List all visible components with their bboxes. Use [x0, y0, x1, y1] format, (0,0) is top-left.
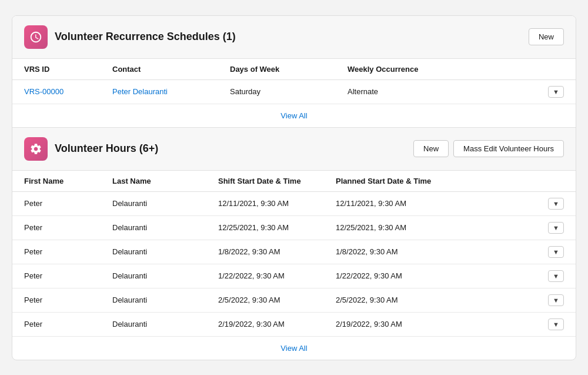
vh-shift-cell: 1/22/2022, 9:30 AM [206, 264, 324, 288]
vrs-section: Volunteer Recurrence Schedules (1) New V… [12, 16, 576, 128]
vh-section: Volunteer Hours (6+) New Mass Edit Volun… [12, 128, 576, 360]
vh-firstname-cell: Peter [12, 215, 101, 240]
vh-table-row: Peter Delauranti 12/11/2021, 9:30 AM 12/… [12, 191, 576, 215]
vrs-col-contact: Contact [101, 59, 218, 80]
vh-firstname-cell: Peter [12, 191, 101, 215]
vh-col-shift: Shift Start Date & Time [206, 171, 324, 192]
vh-planned-dropdown: 1/8/2022, 9:30 AM ▼ [336, 246, 564, 258]
vh-shift-cell: 1/8/2022, 9:30 AM [206, 240, 324, 264]
vh-table-row: Peter Delauranti 1/8/2022, 9:30 AM 1/8/2… [12, 240, 576, 264]
vh-firstname-cell: Peter [12, 312, 101, 336]
vrs-section-header: Volunteer Recurrence Schedules (1) New [12, 16, 576, 59]
vh-firstname-cell: Peter [12, 264, 101, 288]
vrs-table-row: VRS-00000 Peter Delauranti Saturday Alte… [12, 79, 576, 104]
vh-planned-dropdown: 2/5/2022, 9:30 AM ▼ [336, 294, 564, 306]
vh-planned-cell: 1/8/2022, 9:30 AM ▼ [324, 240, 576, 264]
vrs-contact-link[interactable]: Peter Delauranti [112, 87, 168, 96]
vh-planned-cell: 2/5/2022, 9:30 AM ▼ [324, 288, 576, 312]
vh-view-all-link[interactable]: View All [280, 344, 307, 353]
vh-table-row: Peter Delauranti 2/19/2022, 9:30 AM 2/19… [12, 312, 576, 336]
vh-table-header-row: First Name Last Name Shift Start Date & … [12, 171, 576, 192]
vh-planned-dropdown: 1/22/2022, 9:30 AM ▼ [336, 270, 564, 282]
vh-shift-cell: 2/19/2022, 9:30 AM [206, 312, 324, 336]
vh-icon-svg [29, 142, 42, 155]
vh-lastname-cell: Delauranti [101, 215, 206, 240]
vrs-header-actions: New [529, 28, 564, 45]
vh-header-left: Volunteer Hours (6+) [24, 137, 158, 161]
vrs-view-all-link[interactable]: View All [280, 111, 307, 120]
vh-planned-value: 1/22/2022, 9:30 AM [336, 271, 402, 280]
vh-planned-dropdown-btn[interactable]: ▼ [548, 246, 564, 258]
vh-planned-value: 1/8/2022, 9:30 AM [336, 247, 398, 256]
vh-section-header: Volunteer Hours (6+) New Mass Edit Volun… [12, 128, 576, 171]
vrs-icon [24, 25, 48, 49]
vh-table-row: Peter Delauranti 2/5/2022, 9:30 AM 2/5/2… [12, 288, 576, 312]
vrs-days-cell: Saturday [218, 79, 336, 104]
vh-col-firstname: First Name [12, 171, 101, 192]
vrs-view-all-row: View All [12, 104, 576, 127]
vh-planned-value: 2/19/2022, 9:30 AM [336, 320, 402, 328]
vrs-table-header-row: VRS ID Contact Days of Week Weekly Occur… [12, 59, 576, 80]
vh-planned-dropdown-btn[interactable]: ▼ [548, 270, 564, 282]
vh-planned-dropdown-btn[interactable]: ▼ [548, 222, 564, 234]
vh-shift-cell: 12/11/2021, 9:30 AM [206, 191, 324, 215]
vh-planned-cell: 12/11/2021, 9:30 AM ▼ [324, 191, 576, 215]
vh-planned-value: 12/25/2021, 9:30 AM [336, 223, 406, 232]
vh-planned-dropdown: 12/11/2021, 9:30 AM ▼ [336, 198, 564, 210]
vh-planned-dropdown: 2/19/2022, 9:30 AM ▼ [336, 318, 564, 330]
vh-table: First Name Last Name Shift Start Date & … [12, 171, 576, 360]
vh-mass-edit-button[interactable]: Mass Edit Volunteer Hours [453, 140, 564, 157]
vh-planned-dropdown-btn[interactable]: ▼ [548, 294, 564, 306]
vrs-table: VRS ID Contact Days of Week Weekly Occur… [12, 59, 576, 127]
vrs-weekly-value: Alternate [348, 87, 378, 96]
vrs-col-id: VRS ID [12, 59, 101, 80]
vh-planned-value: 2/5/2022, 9:30 AM [336, 296, 398, 304]
vh-lastname-cell: Delauranti [101, 312, 206, 336]
vh-lastname-cell: Delauranti [101, 264, 206, 288]
vh-planned-value: 12/11/2021, 9:30 AM [336, 199, 406, 208]
vh-planned-cell: 1/22/2022, 9:30 AM ▼ [324, 264, 576, 288]
vh-view-all-row: View All [12, 336, 576, 360]
vrs-col-weekly: Weekly Occurrence [336, 59, 576, 80]
vrs-section-title: Volunteer Recurrence Schedules (1) [55, 31, 236, 43]
vrs-new-button[interactable]: New [529, 28, 564, 45]
vh-firstname-cell: Peter [12, 288, 101, 312]
vh-lastname-cell: Delauranti [101, 240, 206, 264]
vh-view-all-cell: View All [12, 336, 576, 360]
vh-table-row: Peter Delauranti 12/25/2021, 9:30 AM 12/… [12, 215, 576, 240]
vh-col-lastname: Last Name [101, 171, 206, 192]
vrs-weekly-dropdown-btn[interactable]: ▼ [548, 86, 564, 98]
vh-planned-dropdown-btn[interactable]: ▼ [548, 318, 564, 330]
vrs-id-link[interactable]: VRS-00000 [24, 87, 64, 96]
vh-shift-cell: 2/5/2022, 9:30 AM [206, 288, 324, 312]
vh-table-row: Peter Delauranti 1/22/2022, 9:30 AM 1/22… [12, 264, 576, 288]
vh-lastname-cell: Delauranti [101, 191, 206, 215]
vrs-icon-svg [29, 31, 42, 44]
vh-lastname-cell: Delauranti [101, 288, 206, 312]
vh-header-actions: New Mass Edit Volunteer Hours [413, 140, 564, 157]
vrs-view-all-cell: View All [12, 104, 576, 127]
vh-col-planned: Planned Start Date & Time [324, 171, 576, 192]
vh-planned-dropdown: 12/25/2021, 9:30 AM ▼ [336, 222, 564, 234]
vrs-contact-cell: Peter Delauranti [101, 79, 218, 104]
vh-planned-cell: 12/25/2021, 9:30 AM ▼ [324, 215, 576, 240]
vh-icon [24, 137, 48, 161]
vh-shift-cell: 12/25/2021, 9:30 AM [206, 215, 324, 240]
vrs-id-cell: VRS-00000 [12, 79, 101, 104]
vrs-weekly-dropdown: Alternate ▼ [348, 86, 564, 98]
vh-new-button[interactable]: New [413, 140, 449, 157]
vrs-header-left: Volunteer Recurrence Schedules (1) [24, 25, 236, 49]
vh-planned-cell: 2/19/2022, 9:30 AM ▼ [324, 312, 576, 336]
vh-firstname-cell: Peter [12, 240, 101, 264]
page-container: Volunteer Recurrence Schedules (1) New V… [12, 15, 576, 360]
vrs-weekly-cell: Alternate ▼ [336, 79, 576, 104]
vh-planned-dropdown-btn[interactable]: ▼ [548, 198, 564, 210]
vrs-col-days: Days of Week [218, 59, 336, 80]
vh-section-title: Volunteer Hours (6+) [55, 142, 158, 155]
